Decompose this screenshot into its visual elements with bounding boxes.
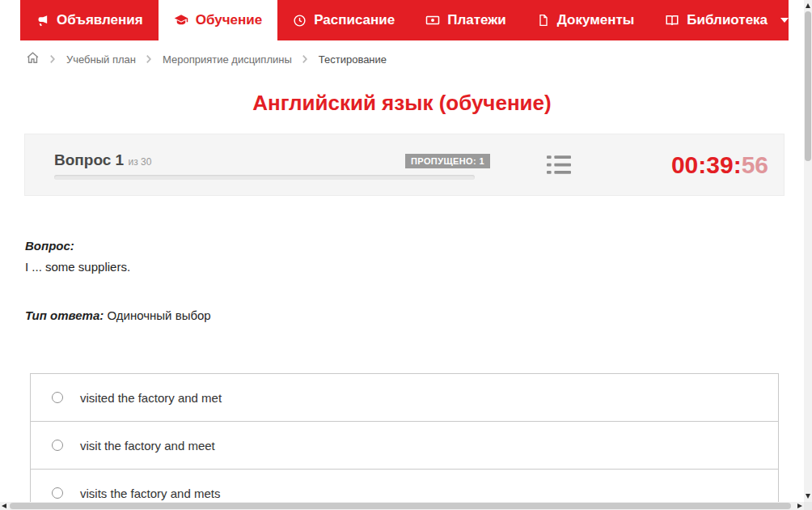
nav-item-label: Библиотека <box>687 12 768 28</box>
nav-item-library[interactable]: Библиотека <box>649 0 804 40</box>
question-block: Вопрос: I ... some suppliers. Тип ответа… <box>25 236 211 326</box>
nav-item-education[interactable]: Обучение <box>159 0 277 40</box>
breadcrumb-item-testing: Тестирование <box>319 53 387 66</box>
radio-button[interactable] <box>52 487 63 499</box>
nav-item-label: Расписание <box>314 12 395 28</box>
nav-item-payments[interactable]: Платежи <box>410 0 522 40</box>
timer-seconds: 56 <box>742 151 768 178</box>
breadcrumb: Учебный план Мероприятие дисциплины Тест… <box>26 49 387 70</box>
answer-option-label: visits the factory and mets <box>80 487 220 500</box>
vertical-scrollbar[interactable] <box>804 0 812 502</box>
question-heading: Вопрос: <box>25 236 211 257</box>
list-icon <box>547 154 571 179</box>
page-title: Английский язык (обучение) <box>0 91 804 116</box>
home-icon <box>26 51 40 67</box>
radio-button[interactable] <box>52 392 63 403</box>
answer-option-label: visit the factory and meet <box>80 439 215 453</box>
question-counter: Вопрос 1 из 30 <box>54 151 151 169</box>
chevron-right-icon <box>146 55 152 63</box>
scroll-down-arrow[interactable] <box>806 494 810 499</box>
scroll-up-arrow[interactable] <box>806 3 810 8</box>
radio-button[interactable] <box>52 440 63 451</box>
chevron-down-icon <box>780 18 789 23</box>
answer-option[interactable]: visits the factory and mets <box>30 469 779 502</box>
question-text: I ... some suppliers. <box>25 257 211 278</box>
vertical-scrollbar-thumb[interactable] <box>805 11 811 161</box>
chevron-right-icon <box>50 55 56 63</box>
graduation-cap-icon <box>174 13 188 28</box>
scroll-right-arrow[interactable] <box>797 504 802 508</box>
nav-item-documents[interactable]: Документы <box>522 0 650 40</box>
answer-type-label: Тип ответа: <box>25 308 104 322</box>
clock-icon <box>293 14 307 28</box>
horizontal-scrollbar[interactable] <box>0 502 804 510</box>
main-nav: Объявления Обучение Расписание Платежи <box>20 0 789 40</box>
skipped-badge: ПРОПУЩЕНО: 1 <box>405 154 490 168</box>
timer-main: 00:39: <box>671 151 742 178</box>
answer-type-value: Одиночный выбор <box>107 308 210 322</box>
question-total: из 30 <box>128 156 151 168</box>
nav-item-label: Объявления <box>57 12 143 28</box>
timer: 00:39:56 <box>671 151 768 179</box>
chevron-right-icon <box>302 55 308 63</box>
breadcrumb-item-discipline-event[interactable]: Мероприятие дисциплины <box>163 53 292 66</box>
nav-item-schedule[interactable]: Расписание <box>277 0 410 40</box>
nav-item-announcements[interactable]: Объявления <box>20 0 159 40</box>
question-list-button[interactable] <box>547 154 571 179</box>
megaphone-icon <box>36 14 49 28</box>
banknote-icon <box>425 13 440 28</box>
answer-options: visited the factory and met visit the fa… <box>30 373 779 502</box>
horizontal-scrollbar-thumb[interactable] <box>10 503 791 509</box>
answer-option[interactable]: visit the factory and meet <box>30 421 779 470</box>
nav-item-label: Обучение <box>196 12 262 28</box>
answer-option[interactable]: visited the factory and met <box>30 373 779 422</box>
document-icon <box>537 14 550 27</box>
breadcrumb-item-curriculum[interactable]: Учебный план <box>66 53 136 66</box>
progress-bar <box>54 175 475 180</box>
book-icon <box>665 13 679 28</box>
page-content: Объявления Обучение Расписание Платежи <box>0 0 804 502</box>
viewport: Объявления Обучение Расписание Платежи <box>0 0 812 510</box>
scroll-left-arrow[interactable] <box>2 504 6 508</box>
quiz-header-card: Вопрос 1 из 30 ПРОПУЩЕНО: 1 00:39:56 <box>24 134 785 196</box>
nav-item-label: Платежи <box>447 12 506 28</box>
answer-option-label: visited the factory and met <box>80 391 222 405</box>
nav-item-label: Документы <box>557 12 635 28</box>
question-number: Вопрос 1 <box>54 151 124 168</box>
scrollbar-corner <box>804 502 812 510</box>
breadcrumb-home[interactable] <box>26 51 40 67</box>
